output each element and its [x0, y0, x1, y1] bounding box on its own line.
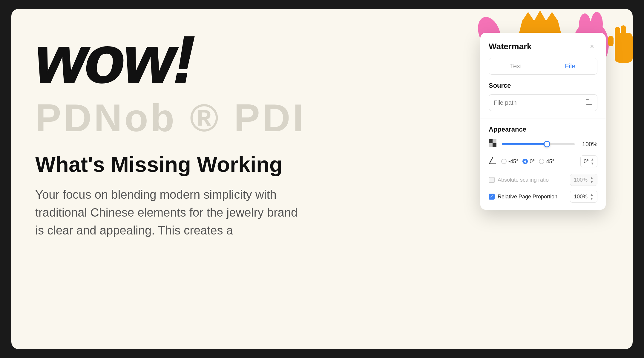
stepper-up[interactable]: ▲ [591, 158, 594, 161]
divider [480, 118, 606, 118]
folder-icon[interactable] [586, 99, 592, 107]
dialog-header: Watermark × [480, 33, 606, 58]
prop-stepper-up[interactable]: ▲ [590, 193, 594, 196]
absolute-scaling-checkbox[interactable] [489, 177, 495, 183]
proportion-checkbox-wrapper[interactable]: ✓ Relative Page Proportion [489, 194, 557, 200]
absolute-scaling-label: Absolute scaling ratio [498, 177, 549, 183]
slider-fill [502, 143, 547, 145]
svg-rect-11 [489, 139, 493, 143]
rotation-minus45-label: -45° [508, 158, 518, 165]
absolute-scaling-value: 100% [574, 177, 588, 183]
checkmark-icon: ✓ [490, 194, 493, 199]
main-frame: wow! PDNob ® PDI What's Missing Working … [11, 9, 633, 349]
abs-stepper-down[interactable]: ▼ [590, 180, 594, 184]
source-section: Source [480, 82, 606, 118]
proportion-checkbox[interactable]: ✓ [489, 194, 495, 200]
rotation-minus45[interactable]: -45° [501, 158, 518, 165]
rotation-0-label: 0° [530, 158, 535, 165]
watermark-dialog: Watermark × Text File Source Appearance [480, 33, 606, 210]
opacity-icon [489, 139, 497, 149]
radio-45[interactable] [539, 159, 544, 164]
source-label: Source [489, 82, 597, 90]
svg-rect-13 [493, 139, 496, 143]
rotation-45[interactable]: 45° [539, 158, 554, 165]
proportion-value-box[interactable]: 100% ▲ ▼ [570, 191, 597, 203]
opacity-row: 100% [489, 139, 597, 149]
article-body: Your focus on blending modern simplicity… [35, 186, 304, 239]
rotation-custom-value: 0° [584, 158, 589, 165]
rotation-icon [489, 157, 497, 166]
absolute-scaling-value-box[interactable]: 100% ▲ ▼ [570, 174, 597, 186]
radio-minus45[interactable] [501, 159, 507, 164]
appearance-label: Appearance [489, 126, 597, 133]
appearance-section: Appearance 100% [480, 126, 606, 210]
tab-file[interactable]: File [543, 58, 597, 74]
absolute-scaling-stepper[interactable]: ▲ ▼ [590, 176, 594, 184]
tab-bar: Text File [489, 58, 597, 75]
file-path-input[interactable] [494, 99, 583, 106]
rotation-row: -45° 0° 45° 0° ▲ ▼ [489, 155, 597, 167]
abs-stepper-up[interactable]: ▲ [590, 176, 594, 180]
rotation-custom-input[interactable]: 0° ▲ ▼ [580, 155, 597, 167]
close-button[interactable]: × [587, 41, 597, 52]
proportion-row: ✓ Relative Page Proportion 100% ▲ ▼ [489, 191, 597, 203]
proportion-stepper[interactable]: ▲ ▼ [590, 193, 594, 200]
rotation-45-label: 45° [546, 158, 554, 165]
rotation-0[interactable]: 0° [522, 158, 535, 165]
proportion-label: Relative Page Proportion [498, 194, 557, 200]
opacity-slider[interactable] [502, 143, 575, 145]
slider-thumb[interactable] [544, 141, 550, 147]
proportion-value: 100% [574, 194, 588, 200]
tab-text[interactable]: Text [489, 58, 543, 74]
stepper-down[interactable]: ▼ [591, 162, 594, 165]
opacity-value: 100% [579, 141, 597, 148]
svg-rect-14 [489, 143, 493, 147]
rotation-stepper[interactable]: ▲ ▼ [591, 158, 594, 165]
absolute-scaling-row: Absolute scaling ratio 100% ▲ ▼ [489, 174, 597, 186]
svg-rect-12 [493, 143, 496, 147]
prop-stepper-down[interactable]: ▼ [590, 197, 594, 200]
absolute-scaling-checkbox-wrapper[interactable]: Absolute scaling ratio [489, 177, 549, 183]
file-input-row [489, 94, 597, 111]
dialog-title: Watermark [489, 42, 532, 51]
radio-0[interactable] [522, 159, 528, 164]
